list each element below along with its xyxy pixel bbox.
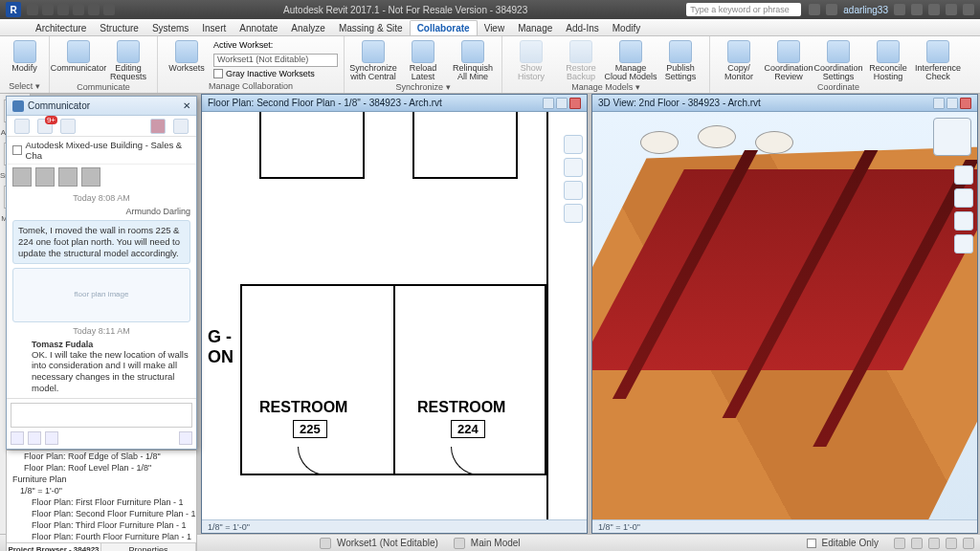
screenshot-icon[interactable]	[28, 431, 41, 445]
pb-line-6[interactable]: Floor Plan: Second Floor Furniture Plan …	[7, 508, 196, 519]
tab-architecture[interactable]: Architecture	[29, 21, 93, 35]
editable-only-checkbox[interactable]	[807, 539, 816, 548]
tab-view[interactable]: View	[478, 21, 512, 35]
status-filter-icon[interactable]	[894, 538, 905, 549]
comm-settings-icon[interactable]	[173, 119, 189, 134]
tab-modify[interactable]: Modify	[606, 21, 647, 35]
emoji-icon[interactable]	[45, 431, 58, 445]
interference-check-button[interactable]: Interference Check	[915, 38, 961, 81]
publish-settings-button[interactable]: Publish Settings	[657, 38, 703, 81]
nav-zoom-icon[interactable]	[564, 204, 583, 223]
qat-undo-icon[interactable]	[57, 4, 69, 15]
comm-tab-chat-icon[interactable]	[37, 119, 53, 134]
3d-status[interactable]: 1/8" = 1'-0"	[592, 519, 977, 533]
manage-models-group-label[interactable]: Manage Models ▾	[508, 81, 703, 92]
view3d-close-icon[interactable]	[960, 98, 971, 109]
status-drag-icon[interactable]	[963, 538, 974, 549]
qat-redo-icon[interactable]	[73, 4, 84, 15]
nav3d-pan-icon[interactable]	[954, 188, 973, 208]
pb-line-2[interactable]: Floor Plan: Roof Level Plan - 1/8"	[7, 462, 196, 474]
member-avatar-3[interactable]	[58, 167, 78, 187]
signed-in-user[interactable]: adarling33	[843, 5, 888, 15]
member-avatar-1[interactable]	[12, 167, 32, 187]
qat-save-icon[interactable]	[42, 4, 54, 15]
help-icon[interactable]	[911, 4, 923, 15]
communicator-button[interactable]: Communicator	[56, 38, 101, 73]
manage-cloud-models-button[interactable]: Manage Cloud Models	[608, 38, 654, 81]
qat-open-icon[interactable]	[27, 4, 38, 15]
view-min-icon[interactable]	[543, 98, 554, 109]
comm-tab-people-icon[interactable]	[14, 119, 30, 134]
reload-latest-button[interactable]: Reload Latest	[400, 38, 446, 81]
send-icon[interactable]	[179, 431, 192, 445]
member-avatar-2[interactable]	[35, 167, 55, 187]
qat-print-icon[interactable]	[88, 4, 100, 15]
reconcile-hosting-button[interactable]: Reconcile Hosting	[865, 38, 911, 81]
pb-tab-properties[interactable]: Properties	[101, 543, 196, 551]
floorplan-canvas[interactable]: RESTROOM 225 RESTROOM 224 G - ON	[202, 112, 587, 519]
pb-tab-browser[interactable]: Project Browser - 384923 - Arch.rvt	[7, 543, 101, 551]
tab-manage[interactable]: Manage	[511, 21, 559, 35]
pb-line-5[interactable]: Floor Plan: First Floor Furniture Plan -…	[7, 496, 196, 508]
editing-requests-button[interactable]: Editing Requests	[105, 38, 151, 81]
pb-line-7[interactable]: Floor Plan: Third Floor Furniture Plan -…	[7, 519, 196, 531]
select-group-label[interactable]: Select ▾	[6, 80, 43, 91]
view3d-min-icon[interactable]	[933, 98, 945, 109]
sync-central-button[interactable]: Synchronize with Central	[350, 38, 396, 81]
tab-annotate[interactable]: Annotate	[233, 21, 284, 35]
communicator-close-icon[interactable]: ✕	[183, 100, 190, 111]
comm-tab-list-icon[interactable]	[60, 119, 76, 134]
worksets-button[interactable]: Worksets	[164, 38, 210, 73]
favorites-icon[interactable]	[894, 4, 905, 15]
3d-canvas[interactable]	[592, 112, 977, 519]
expand-icon[interactable]	[12, 145, 22, 155]
infocenter-icon[interactable]	[809, 4, 820, 15]
qat-more-icon[interactable]	[103, 4, 115, 15]
tab-insert[interactable]: Insert	[195, 21, 233, 35]
close-button[interactable]	[963, 4, 974, 15]
tab-systems[interactable]: Systems	[145, 21, 195, 35]
nav3d-zoom-icon[interactable]	[954, 211, 973, 231]
view-max-icon[interactable]	[556, 98, 568, 109]
tab-collaborate[interactable]: Collaborate	[410, 20, 478, 35]
status-pin-icon[interactable]	[946, 538, 957, 549]
floorplan-status[interactable]: 1/8" = 1'-0"	[202, 519, 587, 533]
relinquish-button[interactable]: Relinquish All Mine	[450, 38, 496, 81]
nav-home-icon[interactable]	[564, 135, 583, 154]
viewcube[interactable]	[933, 118, 971, 156]
tab-structure[interactable]: Structure	[93, 21, 145, 35]
tab-massing-site[interactable]: Massing & Site	[332, 21, 410, 35]
gray-inactive-checkbox[interactable]	[213, 69, 223, 78]
pb-line-8[interactable]: Floor Plan: Fourth Floor Furniture Plan …	[7, 531, 196, 542]
status-main-model[interactable]: Main Model	[471, 538, 521, 548]
pb-line-4[interactable]: 1/8" = 1'-0"	[7, 485, 196, 496]
member-avatar-4[interactable]	[81, 167, 100, 187]
comm-avatar-self[interactable]	[150, 119, 166, 134]
copy-monitor-button[interactable]: Copy/ Monitor	[716, 38, 762, 81]
maximize-button[interactable]	[946, 4, 957, 15]
nav-pan-icon[interactable]	[564, 181, 583, 200]
pb-line-1[interactable]: Floor Plan: Roof Edge of Slab - 1/8"	[7, 451, 196, 462]
nav3d-wheel-icon[interactable]	[954, 165, 973, 185]
chat-textarea[interactable]	[11, 403, 192, 428]
minimize-button[interactable]	[928, 4, 940, 15]
status-select-icon[interactable]	[928, 538, 940, 549]
message-1-attachment[interactable]: floor plan image	[12, 268, 190, 322]
attach-icon[interactable]	[11, 431, 24, 445]
nav-wheel-icon[interactable]	[564, 158, 583, 177]
project-name[interactable]: Autodesk Mixed-use Building - Sales & Ch…	[26, 140, 190, 161]
coord-review-button[interactable]: Coordination Review	[766, 38, 812, 81]
app-logo[interactable]: R	[6, 2, 21, 17]
status-workset[interactable]: Workset1 (Not Editable)	[337, 538, 438, 548]
view-close-icon[interactable]	[569, 98, 581, 109]
coord-settings-button[interactable]: Coordination Settings	[815, 38, 861, 81]
status-model-icon[interactable]	[454, 538, 465, 549]
status-link-icon[interactable]	[911, 538, 923, 549]
active-workset-dropdown[interactable]: Workset1 (Not Editable)	[213, 54, 338, 67]
pb-line-3[interactable]: Furniture Plan	[7, 474, 196, 485]
view3d-max-icon[interactable]	[947, 98, 958, 109]
nav3d-orbit-icon[interactable]	[954, 234, 973, 253]
modify-button[interactable]: Modify	[6, 38, 43, 73]
synchronize-group-label[interactable]: Synchronize ▾	[350, 81, 496, 92]
help-search-input[interactable]: Type a keyword or phrase	[686, 3, 801, 16]
